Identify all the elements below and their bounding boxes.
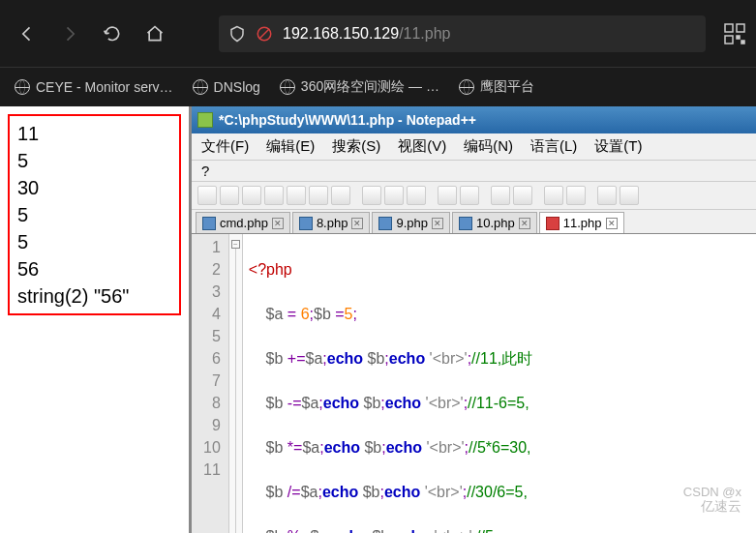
- disk-icon: [202, 217, 216, 230]
- qr-icon[interactable]: [723, 22, 746, 45]
- globe-icon: [193, 79, 208, 95]
- tab-9-php[interactable]: 9.php✕: [372, 212, 450, 233]
- tab-11-php[interactable]: 11.php✕: [539, 212, 624, 233]
- paste-icon[interactable]: [407, 186, 426, 205]
- bookmark-360[interactable]: 360网络空间测绘 — …: [280, 78, 439, 96]
- output-highlight-box: 11 5 30 5 5 56 string(2) "56": [8, 114, 181, 315]
- globe-icon: [459, 79, 474, 95]
- shield-icon: [228, 25, 246, 43]
- notepad-titlebar: *C:\phpStudy\WWW\11.php - Notepad++: [192, 106, 756, 133]
- menu-edit[interactable]: 编辑(E): [266, 137, 315, 156]
- bookmark-dnslog[interactable]: DNSlog: [193, 79, 260, 95]
- svg-rect-6: [741, 41, 744, 44]
- bookmarks-bar: CEYE - Monitor serv… DNSlog 360网络空间测绘 — …: [0, 68, 756, 106]
- svg-line-1: [259, 28, 270, 39]
- menu-file[interactable]: 文件(F): [201, 137, 249, 156]
- output-line: 5: [17, 228, 171, 255]
- zoom-out-icon[interactable]: [566, 186, 586, 205]
- close-tab-icon[interactable]: ✕: [519, 218, 530, 229]
- replace-icon[interactable]: [513, 186, 532, 205]
- notepad-menubar-2: ?: [192, 161, 756, 182]
- output-line: 5: [17, 201, 171, 228]
- code-editor[interactable]: 1234567891011 − <?php $a = 6;$b =5; $b +…: [192, 234, 756, 533]
- save-icon[interactable]: [242, 186, 261, 205]
- zoom-in-icon[interactable]: [544, 186, 563, 205]
- bookmark-ceye[interactable]: CEYE - Monitor serv…: [15, 79, 173, 95]
- redo-icon[interactable]: [460, 186, 479, 205]
- find-icon[interactable]: [491, 186, 510, 205]
- notepad-toolbar: [192, 182, 756, 210]
- watermark-yisu: 亿速云: [701, 498, 741, 516]
- close-tab-icon[interactable]: ✕: [432, 218, 443, 229]
- output-line: 56: [17, 255, 171, 282]
- fold-minus-icon[interactable]: −: [231, 240, 240, 249]
- notepad-window: *C:\phpStudy\WWW\11.php - Notepad++ 文件(F…: [189, 106, 756, 533]
- disk-icon: [459, 217, 472, 230]
- wrap-icon[interactable]: [597, 186, 617, 205]
- svg-rect-4: [725, 36, 733, 44]
- notepad-logo-icon: [197, 112, 213, 128]
- showall-icon[interactable]: [620, 186, 639, 205]
- line-gutter: 1234567891011: [192, 234, 229, 533]
- menu-view[interactable]: 视图(V): [398, 137, 446, 156]
- tab-10-php[interactable]: 10.php✕: [452, 212, 537, 233]
- new-file-icon[interactable]: [197, 186, 217, 205]
- open-file-icon[interactable]: [220, 186, 239, 205]
- output-line: 30: [17, 174, 171, 201]
- save-all-icon[interactable]: [264, 186, 284, 205]
- url-bar[interactable]: 192.168.150.129/11.php: [219, 15, 706, 52]
- svg-rect-3: [737, 24, 744, 32]
- fold-gutter: −: [229, 234, 243, 533]
- menu-help[interactable]: ?: [201, 163, 209, 179]
- disk-icon: [378, 217, 392, 230]
- svg-rect-2: [725, 24, 733, 32]
- copy-icon[interactable]: [384, 186, 404, 205]
- output-line: string(2) "56": [17, 282, 171, 310]
- back-button[interactable]: [10, 16, 45, 51]
- svg-rect-5: [737, 36, 740, 39]
- output-line: 11: [17, 120, 171, 147]
- undo-icon[interactable]: [438, 186, 457, 205]
- globe-icon: [280, 79, 295, 95]
- insecure-icon: [256, 25, 273, 43]
- home-button[interactable]: [137, 16, 172, 51]
- menu-language[interactable]: 语言(L): [530, 137, 577, 156]
- notepad-menubar: 文件(F) 编辑(E) 搜索(S) 视图(V) 编码(N) 语言(L) 设置(T…: [192, 133, 756, 161]
- tab-8-php[interactable]: 8.php✕: [292, 212, 371, 233]
- globe-icon: [15, 79, 30, 95]
- print-icon[interactable]: [331, 186, 350, 205]
- url-text: 192.168.150.129/11.php: [283, 24, 451, 43]
- bookmark-yingtu[interactable]: 鹰图平台: [459, 78, 534, 96]
- close-all-icon[interactable]: [309, 186, 328, 205]
- disk-icon: [546, 217, 559, 230]
- browser-toolbar: 192.168.150.129/11.php: [0, 0, 756, 68]
- close-icon[interactable]: [287, 186, 306, 205]
- disk-icon: [299, 217, 313, 230]
- page-output: 11 5 30 5 5 56 string(2) "56": [0, 106, 189, 533]
- menu-encoding[interactable]: 编码(N): [464, 137, 513, 156]
- close-tab-icon[interactable]: ✕: [351, 218, 363, 229]
- output-line: 5: [17, 147, 171, 174]
- cut-icon[interactable]: [362, 186, 381, 205]
- notepad-title-text: *C:\phpStudy\WWW\11.php - Notepad++: [219, 112, 476, 128]
- notepad-tabs: cmd.php✕ 8.php✕ 9.php✕ 10.php✕ 11.php✕: [192, 210, 756, 234]
- menu-settings[interactable]: 设置(T): [594, 137, 642, 156]
- tab-cmd-php[interactable]: cmd.php✕: [196, 212, 290, 233]
- watermark-csdn: CSDN @x: [683, 485, 741, 499]
- menu-search[interactable]: 搜索(S): [332, 137, 380, 156]
- close-tab-icon[interactable]: ✕: [606, 218, 618, 229]
- reload-button[interactable]: [95, 16, 130, 51]
- forward-button[interactable]: [52, 16, 87, 51]
- code-content[interactable]: <?php $a = 6;$b =5; $b +=$a;echo $b;echo…: [243, 234, 538, 533]
- close-tab-icon[interactable]: ✕: [272, 218, 284, 229]
